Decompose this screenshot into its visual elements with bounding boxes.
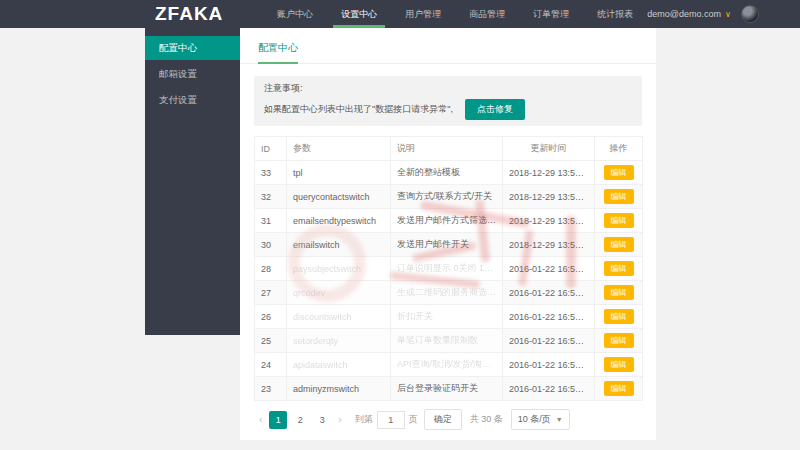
col-header-updated: 更新时间: [503, 137, 595, 161]
nav-item-statistics-report[interactable]: 统计报表: [583, 0, 647, 28]
table-row: 27 qrcodev 生成二维码的服务商选 择 2016-01-22 16:51…: [255, 281, 643, 305]
sidebar-item-payment-settings[interactable]: 支付设置: [145, 88, 240, 112]
user-email[interactable]: demo@demo.com: [647, 9, 721, 19]
user-menu[interactable]: demo@demo.com ∨: [647, 5, 759, 23]
notice-text: 如果配置中心列表中出现了"数据接口请求异常",: [264, 103, 453, 116]
notice-title: 注意事项:: [264, 82, 632, 95]
cell-id: 30: [255, 233, 287, 257]
cell-param: apidataswitch: [287, 353, 391, 377]
cell-param: emailsendtypeswitch: [287, 209, 391, 233]
cell-param: tpl: [287, 161, 391, 185]
nav-item-order-management[interactable]: 订单管理: [519, 0, 583, 28]
cell-updated: 2018-12-29 13:59:46: [503, 161, 595, 185]
edit-button[interactable]: 编辑: [604, 381, 634, 396]
cell-desc: 订单说明显示 0关闭 1打...: [391, 257, 503, 281]
cell-updated: 2016-01-22 16:51:14: [503, 377, 595, 401]
next-page-icon[interactable]: ›: [333, 414, 346, 425]
sidebar-item-email-settings[interactable]: 邮箱设置: [145, 62, 240, 86]
cell-updated: 2018-12-29 13:59:46: [503, 185, 595, 209]
confirm-button[interactable]: 确定: [424, 409, 462, 430]
cell-updated: 2018-12-29 13:59:46: [503, 209, 595, 233]
cell-updated: 2016-01-22 16:51:14: [503, 353, 595, 377]
tab-bar: 配置中心: [240, 28, 656, 64]
nav-item-user-management[interactable]: 用户管理: [391, 0, 455, 28]
cell-desc: API查询/取消/发货/淘宝pingtai...: [391, 353, 503, 377]
cell-id: 33: [255, 161, 287, 185]
cell-param: adminyzmswitch: [287, 377, 391, 401]
pagination: ‹ 1 2 3 › 到第 页 确定 共 30 条 10 条/页 ▼: [254, 409, 642, 430]
cell-id: 32: [255, 185, 287, 209]
cell-param: querycontactswitch: [287, 185, 391, 209]
sidebar-item-config-center[interactable]: 配置中心: [145, 36, 240, 60]
edit-button[interactable]: 编辑: [604, 261, 634, 276]
table-row: 23 adminyzmswitch 后台登录验证码开关 2016-01-22 1…: [255, 377, 643, 401]
cell-id: 23: [255, 377, 287, 401]
page-button-3[interactable]: 3: [313, 411, 331, 429]
cell-id: 27: [255, 281, 287, 305]
cell-updated: 2016-01-22 16:51:14: [503, 257, 595, 281]
cell-id: 25: [255, 329, 287, 353]
table-row: 25 setorderqty 单笔订单数量限制数 2016-01-22 16:5…: [255, 329, 643, 353]
cell-desc: 后台登录验证码开关: [391, 377, 503, 401]
col-header-param: 参数: [287, 137, 391, 161]
app-logo: ZFAKA: [155, 0, 223, 28]
cell-desc: 单笔订单数量限制数: [391, 329, 503, 353]
page-button-1[interactable]: 1: [269, 411, 287, 429]
edit-button[interactable]: 编辑: [604, 357, 634, 372]
per-page-value: 10 条/页: [518, 413, 551, 426]
prev-page-icon[interactable]: ‹: [254, 414, 267, 425]
cell-desc: 全新的整站模板: [391, 161, 503, 185]
per-page-select[interactable]: 10 条/页 ▼: [511, 409, 570, 430]
table-row: 24 apidataswitch API查询/取消/发货/淘宝pingtai..…: [255, 353, 643, 377]
content-card: 配置中心 注意事项: 如果配置中心列表中出现了"数据接口请求异常", 点击修复 …: [240, 28, 656, 440]
total-count: 共 30 条: [470, 413, 503, 426]
col-header-op: 操作: [595, 137, 643, 161]
cell-param: qrcodev: [287, 281, 391, 305]
cell-desc: 发送用户邮件方式筛选开关: [391, 209, 503, 233]
jump-page-input[interactable]: [377, 411, 405, 429]
table-row: 30 emailswitch 发送用户邮件开关 2018-12-29 13:59…: [255, 233, 643, 257]
col-header-id: ID: [255, 137, 287, 161]
nav-item-settings-center[interactable]: 设置中心: [327, 0, 391, 28]
edit-button[interactable]: 编辑: [604, 213, 634, 228]
cell-desc: 查询方式/联系方式/开关: [391, 185, 503, 209]
jump-to-label: 到第: [355, 413, 373, 426]
table-row: 26 discountswitch 折扣开关 2016-01-22 16:51:…: [255, 305, 643, 329]
cell-updated: 2016-01-22 16:51:14: [503, 329, 595, 353]
cell-id: 28: [255, 257, 287, 281]
cell-id: 26: [255, 305, 287, 329]
cell-updated: 2018-12-29 13:59:46: [503, 233, 595, 257]
cell-desc: 生成二维码的服务商选 择: [391, 281, 503, 305]
edit-button[interactable]: 编辑: [604, 309, 634, 324]
chevron-down-icon: ▼: [556, 416, 563, 423]
cell-param: discountswitch: [287, 305, 391, 329]
edit-button[interactable]: 编辑: [604, 189, 634, 204]
table-header-row: ID 参数 说明 更新时间 操作: [255, 137, 643, 161]
cell-updated: 2016-01-22 16:51:14: [503, 281, 595, 305]
edit-button[interactable]: 编辑: [604, 165, 634, 180]
main-nav: 账户中心 设置中心 用户管理 商品管理 订单管理 统计报表: [263, 0, 647, 28]
cell-updated: 2016-01-22 16:51:14: [503, 305, 595, 329]
nav-item-product-management[interactable]: 商品管理: [455, 0, 519, 28]
sidebar: 配置中心 邮箱设置 支付设置: [145, 28, 240, 335]
tab-config-center[interactable]: 配置中心: [258, 41, 298, 64]
edit-button[interactable]: 编辑: [604, 285, 634, 300]
cell-param: paysubjectswitch: [287, 257, 391, 281]
nav-item-account-center[interactable]: 账户中心: [263, 0, 327, 28]
cell-param: emailswitch: [287, 233, 391, 257]
cell-id: 31: [255, 209, 287, 233]
config-table: ID 参数 说明 更新时间 操作 33 tpl 全新的整站模板 2018-12-…: [254, 136, 643, 401]
edit-button[interactable]: 编辑: [604, 333, 634, 348]
notice-box: 注意事项: 如果配置中心列表中出现了"数据接口请求异常", 点击修复: [254, 76, 642, 126]
table-row: 33 tpl 全新的整站模板 2018-12-29 13:59:46 编辑: [255, 161, 643, 185]
jump-page-suffix: 页: [409, 413, 418, 426]
cell-param: setorderqty: [287, 329, 391, 353]
table-row: 31 emailsendtypeswitch 发送用户邮件方式筛选开关 2018…: [255, 209, 643, 233]
fix-button[interactable]: 点击修复: [465, 99, 525, 120]
avatar[interactable]: [741, 5, 759, 23]
top-navbar: ZFAKA 账户中心 设置中心 用户管理 商品管理 订单管理 统计报表 demo…: [0, 0, 800, 28]
cell-desc: 发送用户邮件开关: [391, 233, 503, 257]
page-button-2[interactable]: 2: [291, 411, 309, 429]
table-row: 28 paysubjectswitch 订单说明显示 0关闭 1打... 201…: [255, 257, 643, 281]
edit-button[interactable]: 编辑: [604, 237, 634, 252]
